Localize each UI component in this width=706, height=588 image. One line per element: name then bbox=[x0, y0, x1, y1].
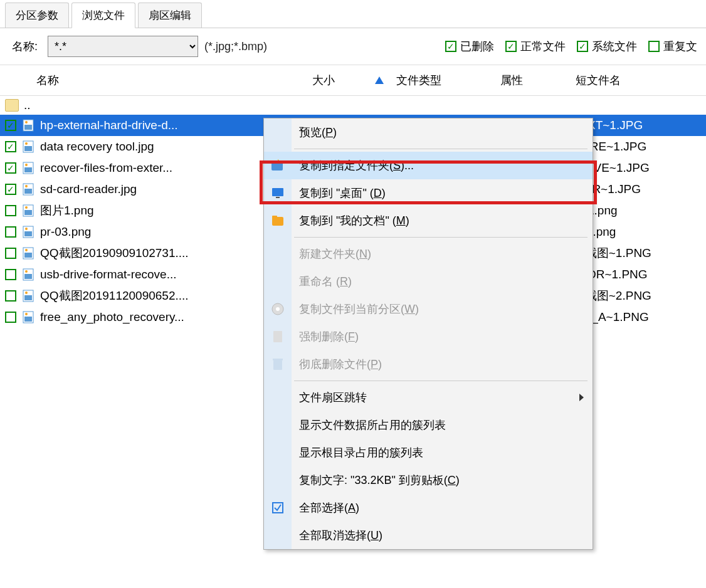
file-checkbox[interactable]: ✓ bbox=[5, 248, 16, 259]
svg-rect-4 bbox=[24, 146, 32, 151]
svg-rect-37 bbox=[273, 331, 282, 342]
svg-rect-34 bbox=[272, 216, 277, 218]
svg-point-23 bbox=[25, 270, 28, 273]
file-checkbox[interactable]: ✓ bbox=[5, 141, 16, 152]
file-name: data recovery tool.jpg bbox=[40, 140, 154, 154]
file-checkbox[interactable]: ✓ bbox=[5, 205, 16, 216]
file-checkbox[interactable]: ✓ bbox=[5, 269, 16, 280]
svg-point-36 bbox=[276, 307, 280, 311]
menu-copy-to-folder[interactable]: 复制到指定文件夹(S)... bbox=[264, 152, 593, 179]
desktop-icon bbox=[270, 186, 285, 201]
select-all-icon bbox=[270, 500, 285, 515]
svg-point-29 bbox=[25, 313, 28, 315]
file-name: free_any_photo_recovery... bbox=[40, 310, 184, 324]
image-file-icon bbox=[21, 246, 35, 260]
image-file-icon bbox=[21, 225, 35, 239]
svg-point-14 bbox=[25, 206, 28, 209]
menu-cluster-list[interactable]: 显示文件数据所占用的簇列表 bbox=[264, 411, 593, 439]
file-name: sd-card-reader.jpg bbox=[40, 182, 137, 196]
image-file-icon bbox=[21, 204, 35, 218]
svg-rect-10 bbox=[24, 189, 32, 194]
svg-rect-33 bbox=[272, 217, 283, 226]
up-arrow-icon bbox=[375, 76, 384, 84]
menu-copy-to-partition: 复制文件到当前分区(W) bbox=[264, 295, 593, 323]
filter-duplicate-checkbox[interactable]: ✓重复文 bbox=[648, 39, 697, 54]
svg-point-17 bbox=[25, 228, 28, 230]
svg-point-2 bbox=[25, 121, 28, 123]
image-file-icon bbox=[21, 140, 35, 154]
menu-copy-to-documents[interactable]: 复制到 "我的文档" (M) bbox=[264, 207, 593, 234]
menu-permanent-delete: 彻底删除文件(P) bbox=[264, 350, 593, 378]
filter-name-label: 名称: bbox=[9, 39, 41, 54]
tab-sector-edit[interactable]: 扇区编辑 bbox=[138, 3, 202, 28]
tab-bar: 分区参数 浏览文件 扇区编辑 bbox=[0, 0, 706, 28]
trash-icon bbox=[270, 357, 285, 372]
image-file-icon bbox=[21, 268, 35, 281]
svg-rect-1 bbox=[24, 125, 32, 130]
file-name: QQ截图20190909102731.... bbox=[40, 245, 189, 261]
image-file-icon bbox=[21, 289, 35, 303]
menu-unselect-all[interactable]: 全部取消选择(U) bbox=[264, 522, 593, 549]
documents-folder-icon bbox=[270, 213, 285, 228]
svg-rect-39 bbox=[273, 359, 283, 360]
svg-rect-38 bbox=[273, 360, 282, 370]
header-size[interactable]: 大小 bbox=[307, 70, 370, 90]
filter-normal-checkbox[interactable]: ✓正常文件 bbox=[505, 39, 566, 54]
svg-rect-40 bbox=[273, 503, 283, 513]
file-checkbox[interactable]: ✓ bbox=[5, 120, 16, 131]
menu-force-delete: 强制删除(F) bbox=[264, 323, 593, 350]
svg-rect-19 bbox=[24, 253, 32, 258]
file-name: 图片1.png bbox=[40, 202, 94, 219]
context-menu: 预览(P) 复制到指定文件夹(S)... 复制到 "桌面" (D) 复制到 "我… bbox=[263, 118, 593, 550]
filter-deleted-checkbox[interactable]: ✓已删除 bbox=[445, 39, 494, 54]
menu-select-all[interactable]: 全部选择(A) bbox=[264, 494, 593, 522]
file-checkbox[interactable]: ✓ bbox=[5, 226, 16, 238]
header-short[interactable]: 短文件名 bbox=[571, 70, 706, 90]
file-checkbox[interactable]: ✓ bbox=[5, 312, 16, 323]
file-name: recover-files-from-exter... bbox=[40, 161, 172, 175]
menu-preview[interactable]: 预览(P) bbox=[264, 118, 593, 146]
folder-copy-icon bbox=[270, 158, 285, 173]
svg-point-11 bbox=[25, 185, 28, 187]
file-name: QQ截图20191120090652.... bbox=[40, 288, 189, 304]
svg-rect-7 bbox=[24, 167, 32, 172]
tab-partition-params[interactable]: 分区参数 bbox=[5, 3, 69, 28]
header-name[interactable]: 名称 bbox=[0, 70, 307, 90]
menu-copy-text[interactable]: 复制文字: "33.2KB" 到剪贴板(C) bbox=[264, 466, 593, 494]
sort-indicator[interactable] bbox=[370, 70, 391, 90]
svg-point-20 bbox=[25, 249, 28, 251]
svg-rect-31 bbox=[272, 188, 283, 196]
filter-bar: 名称: *.* (*.jpg;*.bmp) ✓已删除 ✓正常文件 ✓系统文件 ✓… bbox=[0, 28, 706, 65]
menu-sector-jump[interactable]: 文件扇区跳转 bbox=[264, 384, 593, 411]
tab-browse-files[interactable]: 浏览文件 bbox=[71, 3, 135, 28]
folder-icon bbox=[5, 99, 19, 112]
file-name: usb-drive-format-recove... bbox=[40, 268, 177, 281]
menu-new-folder: 新建文件夹(N) bbox=[264, 240, 593, 268]
svg-point-5 bbox=[25, 142, 28, 145]
image-file-icon bbox=[21, 182, 35, 196]
file-checkbox[interactable]: ✓ bbox=[5, 162, 16, 174]
filter-hint: (*.jpg;*.bmp) bbox=[204, 40, 267, 53]
column-headers: 名称 大小 文件类型 属性 短文件名 bbox=[0, 65, 706, 96]
parent-directory[interactable]: .. bbox=[0, 96, 706, 115]
delete-icon bbox=[270, 329, 285, 344]
menu-root-cluster-list[interactable]: 显示根目录占用的簇列表 bbox=[264, 439, 593, 466]
disk-icon bbox=[270, 302, 285, 317]
filter-pattern-select[interactable]: *.* bbox=[48, 36, 198, 57]
header-type[interactable]: 文件类型 bbox=[391, 70, 495, 90]
svg-rect-32 bbox=[276, 197, 280, 198]
svg-point-26 bbox=[25, 291, 28, 294]
file-checkbox[interactable]: ✓ bbox=[5, 290, 16, 302]
file-checkbox[interactable]: ✓ bbox=[5, 184, 16, 195]
image-file-icon bbox=[21, 310, 35, 324]
filter-system-checkbox[interactable]: ✓系统文件 bbox=[577, 39, 637, 54]
submenu-arrow-icon bbox=[579, 394, 584, 401]
svg-rect-28 bbox=[24, 317, 32, 322]
image-file-icon bbox=[21, 161, 35, 175]
svg-rect-16 bbox=[24, 231, 32, 236]
menu-copy-to-desktop[interactable]: 复制到 "桌面" (D) bbox=[264, 179, 593, 207]
file-name: pr-03.png bbox=[40, 225, 91, 239]
file-name: hp-external-hard-drive-d... bbox=[40, 118, 178, 132]
header-attr[interactable]: 属性 bbox=[495, 70, 571, 90]
svg-rect-25 bbox=[24, 295, 32, 300]
